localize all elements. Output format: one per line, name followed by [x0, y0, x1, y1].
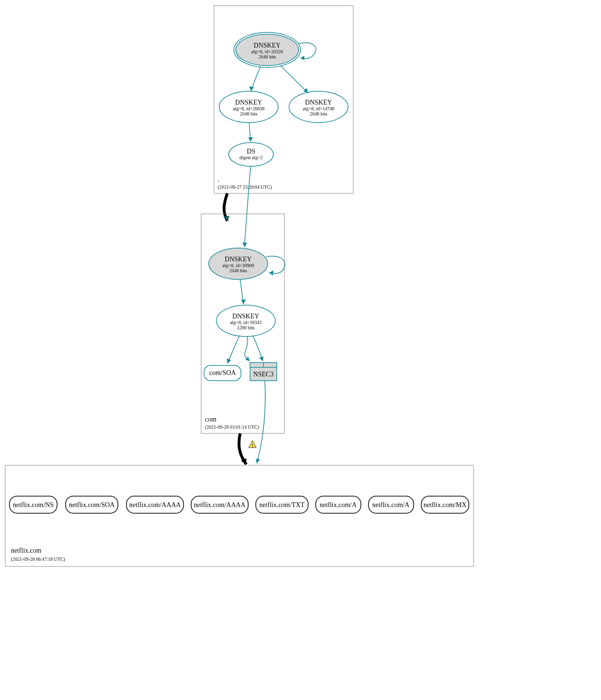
- svg-text:netflix.com/TXT: netflix.com/TXT: [259, 501, 305, 508]
- root-ds-node: DS digest alg=2: [229, 143, 273, 166]
- svg-text:alg=8, id=20326: alg=8, id=20326: [252, 49, 283, 54]
- svg-text:NSEC3: NSEC3: [253, 371, 274, 378]
- svg-text:com/SOA: com/SOA: [209, 369, 236, 376]
- netflix-record-mx: netflix.com/MX: [421, 496, 469, 513]
- svg-text:1280 bits: 1280 bits: [237, 325, 255, 330]
- svg-text:alg=8, id=39343: alg=8, id=39343: [230, 320, 262, 325]
- svg-marker-40: [259, 356, 263, 361]
- svg-text:netflix.com/AAAA: netflix.com/AAAA: [129, 501, 181, 508]
- svg-text:DNSKEY: DNSKEY: [305, 99, 332, 106]
- dnssec-diagram: . (2021-09-27 23:20:04 UTC) DNSKEY alg=8…: [0, 0, 601, 700]
- com-zsk-node: DNSKEY alg=8, id=39343 1280 bits: [216, 305, 275, 336]
- svg-text:2048 bits: 2048 bits: [310, 111, 328, 116]
- svg-text:netflix.com/MX: netflix.com/MX: [424, 501, 467, 508]
- netflix-zone-timestamp: (2021-09-28 06:47:18 UTC): [11, 556, 65, 562]
- svg-text:alg=8, id=26838: alg=8, id=26838: [233, 106, 264, 111]
- com-nsec3-to-netflix: [257, 381, 265, 463]
- svg-text:!: !: [252, 443, 253, 448]
- root-zsk1-node: DNSKEY alg=8, id=26838 2048 bits: [219, 91, 278, 123]
- svg-text:2048 bits: 2048 bits: [230, 268, 247, 273]
- svg-text:netflix.com/AAAA: netflix.com/AAAA: [194, 501, 246, 508]
- netflix-record-aaaa-1: netflix.com/AAAA: [126, 496, 184, 513]
- netflix-record-a-1: netflix.com/A: [316, 496, 361, 513]
- svg-marker-19: [248, 137, 253, 142]
- svg-text:DS: DS: [247, 148, 255, 155]
- netflix-zone-label: netflix.com: [11, 547, 41, 554]
- com-nsec3-node: NSEC3: [250, 363, 277, 381]
- svg-text:DNSKEY: DNSKEY: [233, 313, 260, 320]
- com-ksk-node: DNSKEY alg=8, id=30909 2048 bits: [209, 248, 268, 279]
- svg-marker-17: [249, 86, 254, 91]
- svg-text:netflix.com/A: netflix.com/A: [372, 501, 410, 508]
- warning-icon: !: [249, 441, 256, 448]
- svg-text:netflix.com/SOA: netflix.com/SOA: [69, 501, 115, 508]
- root-zone-label: .: [218, 176, 220, 183]
- root-ksk-node: DNSKEY alg=8, id=20326 2048 bits: [234, 32, 300, 67]
- netflix-record-soa: netflix.com/SOA: [66, 496, 118, 513]
- svg-text:digest alg=2: digest alg=2: [239, 155, 262, 160]
- netflix-record-ns: netflix.com/NS: [10, 496, 57, 513]
- com-soa-node: com/SOA: [204, 365, 241, 381]
- com-zone-timestamp: (2021-09-28 03:01:14 UTC): [205, 424, 259, 430]
- svg-text:alg=8, id=30909: alg=8, id=30909: [223, 263, 254, 268]
- svg-marker-26: [269, 270, 273, 276]
- netflix-record-aaaa-2: netflix.com/AAAA: [191, 496, 248, 513]
- netflix-record-a-2: netflix.com/A: [368, 496, 414, 513]
- netflix-record-txt: netflix.com/TXT: [256, 496, 308, 513]
- netflix-zone-box: [5, 465, 474, 566]
- svg-marker-21: [242, 242, 247, 247]
- svg-marker-31: [241, 299, 246, 304]
- svg-text:alg=8, id=14748: alg=8, id=14748: [303, 106, 334, 111]
- svg-text:netflix.com/NS: netflix.com/NS: [13, 501, 54, 508]
- svg-marker-5: [300, 56, 304, 60]
- svg-text:2048 bits: 2048 bits: [259, 54, 276, 59]
- svg-text:netflix.com/A: netflix.com/A: [320, 501, 357, 508]
- com-ksk-selfloop: [266, 256, 285, 274]
- svg-text:DNSKEY: DNSKEY: [235, 99, 262, 106]
- svg-text:DNSKEY: DNSKEY: [225, 256, 252, 263]
- root-zsk2-node: DNSKEY alg=8, id=14748 2048 bits: [289, 91, 348, 123]
- svg-text:DNSKEY: DNSKEY: [254, 42, 281, 49]
- svg-marker-44: [256, 459, 260, 463]
- root-zone-timestamp: (2021-09-27 23:20:04 UTC): [218, 184, 272, 190]
- svg-text:2048 bits: 2048 bits: [240, 111, 258, 116]
- root-ds-to-com-ksk: [244, 166, 251, 247]
- com-zone-label: com: [205, 416, 216, 423]
